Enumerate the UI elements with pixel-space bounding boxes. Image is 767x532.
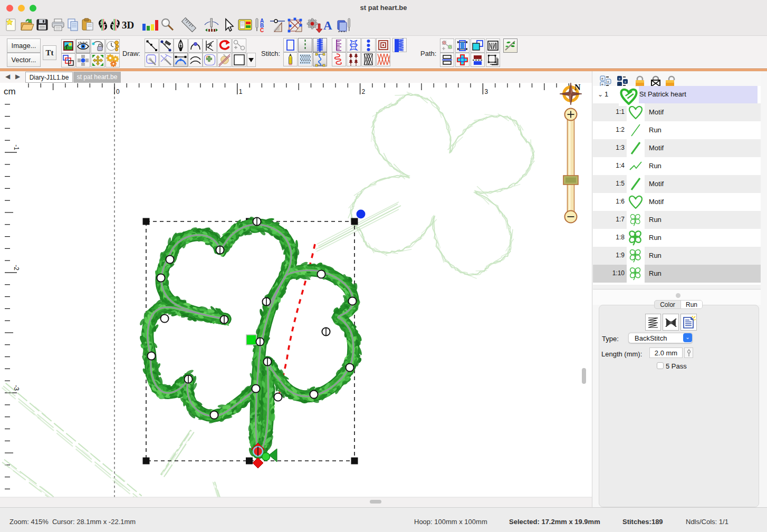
svg-text:-2: -2 [13, 265, 20, 270]
svg-text:+: + [607, 80, 610, 84]
svg-text:1: 1 [239, 88, 243, 95]
svg-text:N: N [574, 83, 581, 92]
svg-text:3D: 3D [122, 20, 134, 31]
svg-text:-1: -1 [13, 144, 20, 150]
svg-text:C: C [260, 27, 264, 33]
svg-text:+: + [624, 80, 627, 84]
svg-text:+: + [618, 76, 621, 81]
svg-text:cm: cm [4, 86, 16, 96]
svg-text:A: A [323, 19, 332, 32]
svg-text:3: 3 [484, 88, 488, 95]
svg-text:+: + [601, 76, 604, 81]
svg-text:2: 2 [362, 88, 366, 95]
svg-text:0: 0 [116, 88, 120, 95]
